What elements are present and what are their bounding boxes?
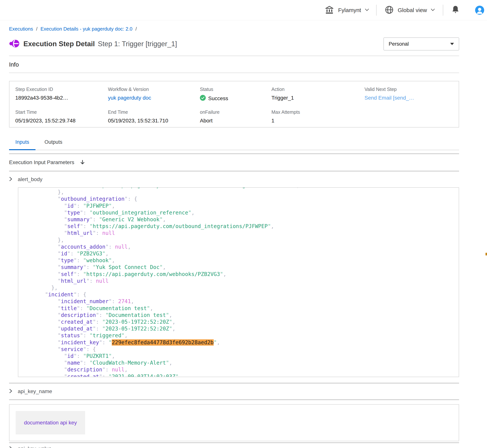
- code-line: "created_at": "2023-05-19T22:52:20Z",: [26, 319, 459, 325]
- scrollbar-highlight-marker: [486, 253, 487, 256]
- incident-key-highlight: 229efec8feda44778d3fe692b28aed2b: [112, 339, 213, 345]
- bell-icon: [451, 5, 460, 15]
- code-line: "summary": "Generic V2 Webhook",: [26, 216, 459, 223]
- code-line: "id": "PUZKRT1",: [26, 353, 459, 360]
- main-content: Executions / Execution Details - yuk pag…: [0, 26, 487, 448]
- status-badge: Success: [200, 95, 271, 102]
- code-line: "self": "https://api.pagerduty.com/webho…: [26, 271, 459, 278]
- execution-input-parameters-header: Execution Input Parameters: [9, 154, 459, 171]
- param-label: alert_body: [18, 176, 42, 182]
- notifications-button[interactable]: [451, 5, 460, 15]
- json-code: "self": "https://api.pagerduty.com/servi…: [18, 187, 459, 377]
- scope-select[interactable]: Personal: [383, 38, 459, 50]
- code-line: "title": "Documentation test",: [26, 305, 459, 312]
- chevron-down-icon: [365, 8, 369, 12]
- code-line: "html_url": null: [26, 230, 459, 237]
- chevron-right-icon: [9, 176, 12, 182]
- code-line: "type": "webhook",: [26, 257, 459, 264]
- param-row-api-key-name[interactable]: api_key_name: [9, 384, 459, 399]
- code-line: "description": "Documentation test",: [26, 312, 459, 319]
- chevron-right-icon: [9, 389, 12, 394]
- code-line: },: [26, 237, 459, 244]
- breadcrumb-separator: /: [135, 26, 137, 32]
- globe-icon: [384, 5, 394, 15]
- code-line: "incident": {: [26, 291, 459, 298]
- info-field-action: Action Trigger_1: [271, 87, 365, 102]
- download-icon[interactable]: [80, 159, 85, 165]
- code-line: "html_url": null: [26, 278, 459, 284]
- info-field-valid-next-step: Valid Next Step Send Email [send_…: [365, 87, 459, 102]
- workflow-icon: [9, 39, 19, 49]
- code-line: "service": {: [26, 346, 459, 353]
- param-row-alert-body[interactable]: alert_body: [9, 171, 459, 187]
- code-line: "description": null,: [26, 366, 459, 373]
- code-line: "id": "PJFWPEP",: [26, 203, 459, 209]
- api-key-name-value-panel: documentation api key: [9, 404, 459, 441]
- info-panel: Step Execution ID 18992a43-9538-4b2… Wor…: [9, 81, 459, 128]
- code-line: "accounts_addon": null,: [26, 244, 459, 250]
- top-bar: Fylamynt Global view: [0, 0, 487, 20]
- divider: [9, 56, 459, 56]
- code-line: "self": "https://api.pagerduty.com/servi…: [26, 187, 459, 189]
- breadcrumb: Executions / Execution Details - yuk pag…: [9, 26, 459, 32]
- code-line: "summary": "Yuk Spot Connect Doc",: [26, 264, 459, 271]
- view-switcher[interactable]: Global view: [377, 5, 443, 15]
- org-switcher[interactable]: Fylamynt: [325, 5, 376, 16]
- divider: [9, 73, 459, 73]
- code-line: },: [26, 284, 459, 291]
- code-line: "type": "outbound_integration_reference"…: [26, 209, 459, 216]
- code-line: "id": "PZB2VG3",: [26, 250, 459, 257]
- chevron-right-icon: [9, 446, 12, 448]
- code-line: "outbound_integration": {: [26, 196, 459, 202]
- workflow-link[interactable]: yuk pagerduty doc: [108, 95, 151, 101]
- info-field-step-execution-id: Step Execution ID 18992a43-9538-4b2…: [15, 87, 108, 102]
- code-block[interactable]: "self": "https://api.pagerduty.com/servi…: [18, 187, 459, 377]
- code-line: },: [26, 189, 459, 196]
- next-step-link[interactable]: Send Email [send_…: [365, 95, 414, 101]
- page-title: Execution Step Detail: [24, 40, 95, 48]
- code-line: "status": "triggered",: [26, 332, 459, 339]
- code-line: "incident_key": "229efec8feda44778d3fe69…: [26, 339, 459, 346]
- title-row: Execution Step Detail Step 1: Trigger [t…: [9, 38, 459, 50]
- execution-input-parameters-heading: Execution Input Parameters: [9, 159, 74, 165]
- scope-select-value: Personal: [389, 41, 409, 47]
- param-row-api-key-value[interactable]: api_key_value: [9, 443, 459, 448]
- caret-down-icon: [450, 43, 454, 45]
- tab-outputs[interactable]: Outputs: [37, 139, 69, 150]
- code-line: "created_at": "2021-09-03T14:02:03Z",: [26, 373, 459, 377]
- info-heading: Info: [9, 61, 459, 68]
- info-field-workflow-version: Workflow & Version yuk pagerduty doc: [108, 87, 200, 102]
- divider: [443, 5, 443, 16]
- code-line: "incident_number": 2741,: [26, 298, 459, 305]
- info-field-onfailure: onFailure Abort: [200, 109, 271, 124]
- param-label: api_key_value: [18, 446, 51, 448]
- breadcrumb-link-execution-details[interactable]: Execution Details - yuk pagerduty doc: 2…: [41, 26, 132, 32]
- code-line: "name": "CloudWatch-Memory-Alert",: [26, 360, 459, 366]
- code-line: "updated_at": "2023-05-19T22:52:20Z",: [26, 325, 459, 332]
- info-field-max-attempts: Max Attempts 1: [271, 109, 365, 124]
- breadcrumb-separator: /: [36, 26, 37, 32]
- api-key-name-chip: documentation api key: [16, 411, 85, 434]
- breadcrumb-link-executions[interactable]: Executions: [9, 26, 33, 32]
- info-field-start-time: Start Time 05/19/2023, 15:52:29.748: [15, 109, 108, 124]
- tab-inputs[interactable]: Inputs: [9, 139, 35, 150]
- view-label: Global view: [398, 7, 427, 13]
- chevron-down-icon: [431, 8, 435, 12]
- check-circle-icon: [200, 95, 206, 102]
- bank-icon: [325, 5, 334, 16]
- tab-bar: Inputs Outputs: [9, 139, 459, 150]
- info-field-end-time: End Time 05/19/2023, 15:52:31.710: [108, 109, 200, 124]
- avatar[interactable]: [475, 6, 484, 15]
- page-subtitle: Step 1: Trigger [trigger_1]: [98, 40, 177, 48]
- info-field-status: Status Success: [200, 87, 271, 102]
- divider: [9, 399, 459, 400]
- org-label: Fylamynt: [338, 7, 361, 13]
- param-label: api_key_name: [18, 388, 52, 394]
- code-line: "self": "https://api.pagerduty.com/outbo…: [26, 223, 459, 230]
